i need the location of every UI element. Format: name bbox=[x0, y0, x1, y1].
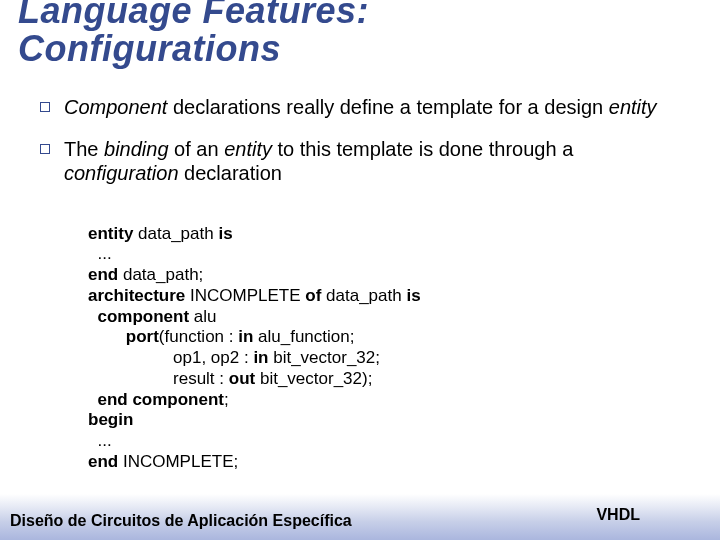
code-line: ... bbox=[88, 244, 112, 263]
code-line: begin bbox=[88, 410, 133, 429]
bullet-text: The binding of an entity to this templat… bbox=[64, 137, 680, 185]
code-line: entity data_path is bbox=[88, 224, 233, 243]
code-line: result : out bit_vector_32); bbox=[88, 369, 372, 388]
code-line: port(function : in alu_function; bbox=[88, 327, 354, 346]
title-line-2: Configurations bbox=[18, 28, 281, 69]
code-line: component alu bbox=[88, 307, 216, 326]
code-line: end component; bbox=[88, 390, 229, 409]
code-line: op1, op2 : in bit_vector_32; bbox=[88, 348, 380, 367]
code-line: architecture INCOMPLETE of data_path is bbox=[88, 286, 421, 305]
footer-right: VHDL bbox=[596, 506, 640, 524]
bullet-text: Component declarations really define a t… bbox=[64, 95, 680, 119]
bullet-icon bbox=[40, 102, 50, 112]
bullet-item: Component declarations really define a t… bbox=[40, 95, 680, 119]
code-line: end data_path; bbox=[88, 265, 203, 284]
bullet-item: The binding of an entity to this templat… bbox=[40, 137, 680, 185]
bullet-icon bbox=[40, 144, 50, 154]
title-line-1: Language Features: bbox=[18, 0, 369, 31]
content-area: Component declarations really define a t… bbox=[40, 95, 680, 493]
footer-left: Diseño de Circuitos de Aplicación Especí… bbox=[10, 512, 352, 530]
code-block: entity data_path is ... end data_path; a… bbox=[88, 203, 680, 493]
code-line: end INCOMPLETE; bbox=[88, 452, 238, 471]
slide: Language Features: Configurations Compon… bbox=[0, 0, 720, 540]
slide-title: Language Features: Configurations bbox=[18, 0, 369, 68]
code-line: ... bbox=[88, 431, 112, 450]
